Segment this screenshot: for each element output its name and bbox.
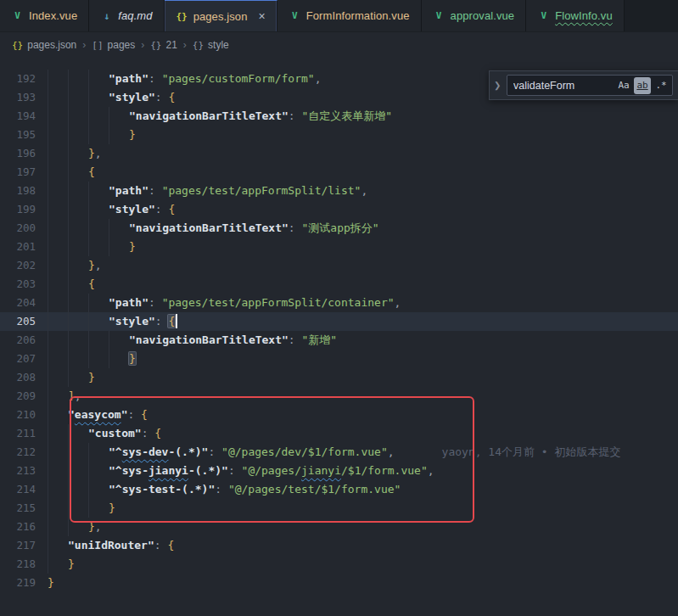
code-token: : bbox=[148, 184, 162, 197]
breadcrumb-label: style bbox=[208, 39, 229, 51]
code-line-214[interactable]: 214 "^sys-test-(.*)": "@/pages/test/$1/f… bbox=[0, 480, 678, 499]
code-token: { bbox=[168, 203, 175, 216]
code-token: "style" bbox=[109, 91, 155, 104]
code-token bbox=[48, 256, 88, 275]
line-number[interactable]: 209 bbox=[0, 387, 48, 406]
symbol-icon: {} bbox=[150, 40, 161, 51]
line-number[interactable]: 204 bbox=[0, 294, 48, 312]
line-content: "custom": { bbox=[48, 424, 678, 443]
line-number[interactable]: 197 bbox=[0, 163, 48, 182]
find-input[interactable] bbox=[513, 80, 614, 92]
code-line-205[interactable]: 205 "style": { bbox=[0, 312, 678, 331]
line-number[interactable]: 203 bbox=[0, 275, 48, 294]
code-line-219[interactable]: 219} bbox=[0, 574, 678, 592]
code-area: 192 "path": "pages/customForm/form",193 … bbox=[0, 58, 678, 592]
line-number[interactable]: 202 bbox=[0, 256, 48, 275]
line-number[interactable]: 216 bbox=[0, 518, 48, 536]
code-token: , bbox=[95, 259, 102, 272]
breadcrumb-item-style[interactable]: {}style bbox=[193, 39, 229, 51]
tab-flowinfo-vu[interactable]: VFlowInfo.vu bbox=[526, 0, 625, 31]
code-line-201[interactable]: 201 } bbox=[0, 238, 678, 256]
line-number[interactable]: 217 bbox=[0, 536, 48, 555]
tab-forminformation-vue[interactable]: VFormInformation.vue bbox=[277, 0, 422, 31]
breadcrumb-item-pages[interactable]: []pages bbox=[92, 39, 135, 51]
find-input-box[interactable]: Aa ab .* bbox=[507, 75, 673, 96]
code-line-195[interactable]: 195 } bbox=[0, 126, 678, 144]
code-line-199[interactable]: 199 "style": { bbox=[0, 200, 678, 219]
code-line-198[interactable]: 198 "path": "pages/test/appFormSplit/lis… bbox=[0, 182, 678, 200]
line-number[interactable]: 201 bbox=[0, 238, 48, 256]
breadcrumb-label: pages bbox=[108, 39, 136, 51]
find-widget: ❯ Aa ab .* bbox=[489, 70, 678, 100]
code-line-206[interactable]: 206 "navigationBarTitleText": "新增" bbox=[0, 331, 678, 350]
line-number[interactable]: 214 bbox=[0, 480, 48, 499]
code-token: "^sys- bbox=[109, 464, 148, 477]
code-token bbox=[48, 368, 88, 387]
line-number[interactable]: 213 bbox=[0, 462, 48, 480]
line-number[interactable]: 198 bbox=[0, 182, 48, 200]
code-token: : bbox=[208, 445, 221, 458]
close-icon[interactable]: × bbox=[259, 10, 266, 22]
line-number[interactable]: 208 bbox=[0, 368, 48, 387]
code-token: "pages/test/appFormSplit/container" bbox=[162, 296, 395, 309]
whole-word-icon: ab bbox=[636, 80, 647, 91]
line-number[interactable]: 193 bbox=[0, 88, 48, 107]
whole-word-button[interactable]: ab bbox=[634, 77, 651, 94]
code-token bbox=[48, 331, 129, 350]
regex-button[interactable]: .* bbox=[653, 77, 670, 94]
breadcrumb-item-21[interactable]: {}21 bbox=[150, 39, 177, 51]
match-case-button[interactable]: Aa bbox=[615, 77, 632, 94]
tab-approval-vue[interactable]: Vapproval.vue bbox=[422, 0, 527, 31]
line-number[interactable]: 219 bbox=[0, 574, 48, 592]
code-line-207[interactable]: 207 } bbox=[0, 350, 678, 368]
code-token bbox=[48, 219, 129, 238]
code-token: "^sys-test-(.*)" bbox=[109, 483, 215, 496]
line-number[interactable]: 205 bbox=[0, 312, 48, 331]
code-line-212[interactable]: 212 "^sys-dev-(.*)": "@/pages/dev/$1/for… bbox=[0, 443, 678, 462]
line-number[interactable]: 215 bbox=[0, 499, 48, 518]
code-line-203[interactable]: 203 { bbox=[0, 275, 678, 294]
code-line-200[interactable]: 200 "navigationBarTitleText": "测试app拆分" bbox=[0, 219, 678, 238]
code-line-218[interactable]: 218 } bbox=[0, 555, 678, 574]
text-cursor bbox=[176, 314, 177, 328]
line-number[interactable]: 200 bbox=[0, 219, 48, 238]
line-content: } bbox=[48, 238, 678, 256]
code-line-196[interactable]: 196 }, bbox=[0, 144, 678, 163]
tab-index-vue[interactable]: VIndex.vue bbox=[0, 0, 89, 31]
line-number[interactable]: 196 bbox=[0, 144, 48, 163]
symbol-icon: {} bbox=[193, 40, 204, 51]
line-number[interactable]: 199 bbox=[0, 200, 48, 219]
code-line-209[interactable]: 209 ], bbox=[0, 387, 678, 406]
expand-replace-chevron[interactable]: ❯ bbox=[494, 81, 502, 90]
code-line-197[interactable]: 197 { bbox=[0, 163, 678, 182]
code-line-208[interactable]: 208 } bbox=[0, 368, 678, 387]
line-number[interactable]: 211 bbox=[0, 424, 48, 443]
tab-pages-json[interactable]: {}pages.json× bbox=[165, 0, 277, 31]
vue-icon: V bbox=[537, 10, 550, 21]
code-line-217[interactable]: 217 "uniIdRouter": { bbox=[0, 536, 678, 555]
tab-faq-md[interactable]: ↓faq.md bbox=[89, 0, 164, 31]
line-number[interactable]: 195 bbox=[0, 126, 48, 144]
code-line-204[interactable]: 204 "path": "pages/test/appFormSplit/con… bbox=[0, 294, 678, 312]
code-token bbox=[48, 294, 109, 312]
line-number[interactable]: 218 bbox=[0, 555, 48, 574]
line-content: "style": { bbox=[48, 312, 678, 331]
line-number[interactable]: 210 bbox=[0, 406, 48, 424]
code-token: "自定义表单新增" bbox=[302, 109, 393, 122]
code-line-202[interactable]: 202 }, bbox=[0, 256, 678, 275]
line-number[interactable]: 212 bbox=[0, 443, 48, 462]
line-number[interactable]: 192 bbox=[0, 70, 48, 88]
line-number[interactable]: 207 bbox=[0, 350, 48, 368]
code-line-210[interactable]: 210 "easycom": { bbox=[0, 406, 678, 424]
line-number[interactable]: 194 bbox=[0, 107, 48, 126]
code-token bbox=[48, 182, 109, 200]
code-token: "^ bbox=[109, 445, 122, 458]
code-line-213[interactable]: 213 "^sys-jianyi-(.*)": "@/pages/jianyi/… bbox=[0, 462, 678, 480]
line-number[interactable]: 206 bbox=[0, 331, 48, 350]
code-line-215[interactable]: 215 } bbox=[0, 499, 678, 518]
code-line-216[interactable]: 216 }, bbox=[0, 518, 678, 536]
code-line-194[interactable]: 194 "navigationBarTitleText": "自定义表单新增" bbox=[0, 107, 678, 126]
code-line-211[interactable]: 211 "custom": { bbox=[0, 424, 678, 443]
json-icon: {} bbox=[176, 11, 188, 22]
breadcrumb-item-pages.json[interactable]: {}pages.json bbox=[12, 39, 76, 51]
